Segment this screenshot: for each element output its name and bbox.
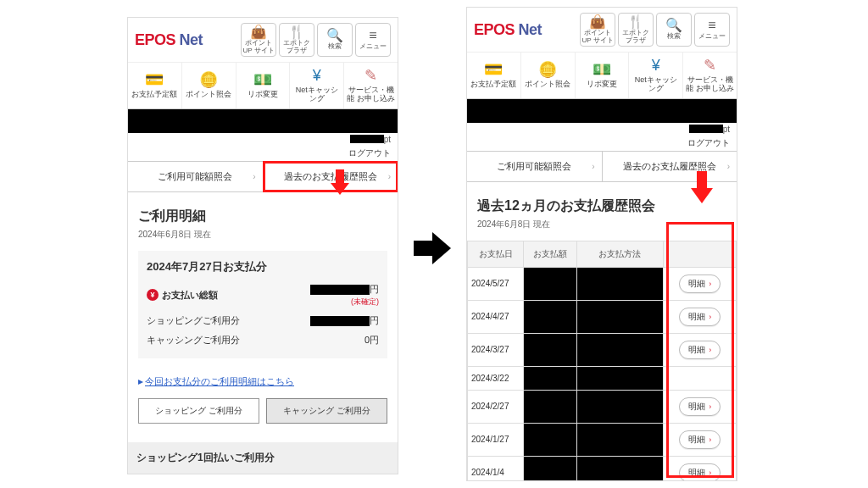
nav-pay-schedule[interactable]: 💳お支払予定額	[467, 53, 521, 98]
account-info-row: pt	[128, 133, 398, 146]
cell-method-redacted	[576, 333, 664, 366]
caret-icon: ▸	[138, 375, 143, 387]
page-title: ご利用明細	[138, 208, 387, 225]
cell-method-redacted	[576, 423, 664, 456]
nav-netcashing[interactable]: ¥Netキャッシング	[290, 63, 344, 108]
cell-date: 2024/3/22	[468, 366, 524, 390]
detail-button[interactable]: 明細›	[679, 430, 721, 449]
yen-phone-icon: ¥	[652, 58, 660, 75]
table-row: 2024/1/4明細›	[468, 456, 737, 481]
yen-phone-icon: ¥	[313, 68, 321, 85]
cell-method-redacted	[576, 300, 664, 333]
cell-date: 2024/4/27	[468, 300, 524, 333]
nav-row: 💳お支払予定額 🪙ポイント照会 💵リボ変更 ¥Netキャッシング ✎サービス・機…	[467, 53, 737, 99]
search-icon: 🔍	[326, 29, 343, 42]
nav-netcashing[interactable]: ¥Netキャッシング	[629, 53, 683, 98]
red-arrow-icon	[331, 169, 353, 203]
menu-icon: ≡	[708, 19, 715, 32]
cell-detail: 明細›	[664, 456, 737, 481]
cell-date: 2024/3/27	[468, 333, 524, 366]
usage-detail-section: ご利用明細 2024年6月8日 現在 2024年7月27日お支払分 ¥お支払い総…	[128, 192, 398, 442]
chevron-right-icon: ›	[709, 469, 711, 477]
table-row: 2024/2/27明細›	[468, 390, 737, 423]
cell-amount-redacted	[524, 300, 576, 333]
table-row: 2024/4/27明細›	[468, 300, 737, 333]
menu-button[interactable]: ≡メニュー	[355, 23, 391, 57]
detail-button[interactable]: 明細›	[679, 308, 721, 326]
cell-detail: 明細›	[664, 333, 737, 366]
arrow-right-icon	[414, 229, 453, 268]
subtabs: ご利用可能額照会› 過去のお支払履歴照会›	[128, 161, 398, 192]
current-payment-detail-link[interactable]: 今回お支払分のご利用明細はこちら	[145, 375, 294, 388]
epos-logo: EPOS Net	[135, 31, 238, 49]
shopping-usage-button[interactable]: ショッピング ご利用分	[138, 398, 259, 424]
nav-points[interactable]: 🪙ポイント照会	[521, 53, 576, 98]
detail-button[interactable]: 明細›	[679, 341, 721, 359]
cashing-amount-label: キャッシングご利用分	[147, 334, 240, 347]
chevron-right-icon: ›	[592, 162, 594, 171]
th-detail	[664, 241, 737, 267]
bag-icon: 👜	[250, 25, 267, 39]
nav-row: 💳お支払予定額 🪙ポイント照会 💵リボ変更 ¥Netキャッシング ✎サービス・機…	[128, 63, 398, 109]
account-strip	[128, 109, 398, 133]
red-arrow-icon	[691, 171, 713, 205]
redacted	[689, 125, 723, 133]
detail-button[interactable]: 明細›	[679, 274, 721, 293]
search-icon: 🔍	[665, 19, 682, 32]
payment-summary-box: 2024年7月27日お支払分 ¥お支払い総額 円(未確定) ショッピングご利用分…	[138, 251, 387, 358]
menu-button[interactable]: ≡メニュー	[694, 13, 730, 47]
redacted	[350, 135, 384, 143]
cell-detail: 明細›	[664, 300, 737, 333]
card-icon: 💳	[145, 72, 164, 89]
cell-detail: 明細›	[664, 267, 737, 300]
cell-detail: 明細›	[664, 390, 737, 423]
nav-revo[interactable]: 💵リボ変更	[236, 63, 291, 108]
logout-link[interactable]: ログアウト	[467, 136, 737, 151]
search-button[interactable]: 🔍検索	[656, 13, 692, 47]
bag-icon: 👜	[589, 15, 606, 29]
nav-service[interactable]: ✎サービス・機能 お申し込み	[683, 53, 737, 98]
as-of-date: 2024年6月8日 現在	[477, 219, 726, 230]
subtab-limit[interactable]: ご利用可能額照会›	[128, 162, 264, 191]
nav-pay-schedule[interactable]: 💳お支払予定額	[128, 63, 182, 108]
chevron-right-icon: ›	[388, 172, 391, 181]
epotoku-plaza-button[interactable]: 🍴エポトク プラザ	[618, 13, 654, 47]
cell-date: 2024/1/27	[468, 423, 524, 456]
nav-revo[interactable]: 💵リボ変更	[576, 53, 630, 98]
chevron-right-icon: ›	[709, 435, 711, 444]
epotoku-plaza-button[interactable]: 🍴エポトク プラザ	[279, 23, 314, 57]
pencil-icon: ✎	[704, 58, 716, 75]
cell-date: 2024/5/27	[468, 267, 524, 300]
detail-button[interactable]: 明細›	[679, 463, 721, 481]
table-row: 2024/3/27明細›	[468, 333, 737, 366]
cell-method-redacted	[576, 390, 664, 423]
detail-button[interactable]: 明細›	[679, 397, 721, 416]
shopping-onepay-section: ショッピング1回払いご利用分	[128, 442, 398, 474]
subtab-payment-history[interactable]: 過去のお支払履歴照会›	[603, 152, 737, 181]
epos-logo: EPOS Net	[474, 21, 577, 39]
cell-amount-redacted	[524, 390, 576, 423]
th-amount: お支払額	[524, 241, 576, 267]
table-row: 2024/3/22	[468, 366, 737, 390]
fork-icon: 🍴	[288, 25, 305, 39]
chevron-right-icon: ›	[727, 162, 730, 171]
nav-points[interactable]: 🪙ポイント照会	[182, 63, 236, 108]
pointup-site-button[interactable]: 👜ポイントUP サイト	[580, 13, 615, 47]
th-date: お支払日	[468, 241, 524, 267]
coins-icon: 🪙	[199, 72, 218, 89]
payment-date-title: 2024年7月27日お支払分	[147, 259, 379, 274]
yen-badge-icon: ¥	[147, 289, 159, 301]
subtab-limit[interactable]: ご利用可能額照会›	[467, 152, 603, 181]
nav-service[interactable]: ✎サービス・機能 お申し込み	[344, 63, 398, 108]
logout-link[interactable]: ログアウト	[128, 146, 398, 161]
pointup-site-button[interactable]: 👜ポイントUP サイト	[241, 23, 276, 57]
cell-amount-redacted	[524, 267, 576, 300]
fork-icon: 🍴	[627, 15, 644, 29]
search-button[interactable]: 🔍検索	[317, 23, 353, 57]
cell-date: 2024/2/27	[468, 390, 524, 423]
shopping-amount-label: ショッピングご利用分	[147, 314, 240, 327]
table-row: 2024/1/27明細›	[468, 423, 737, 456]
cell-method-redacted	[576, 456, 664, 481]
stack-icon: 💵	[593, 62, 611, 79]
cashing-usage-button[interactable]: キャッシング ご利用分	[266, 398, 387, 424]
